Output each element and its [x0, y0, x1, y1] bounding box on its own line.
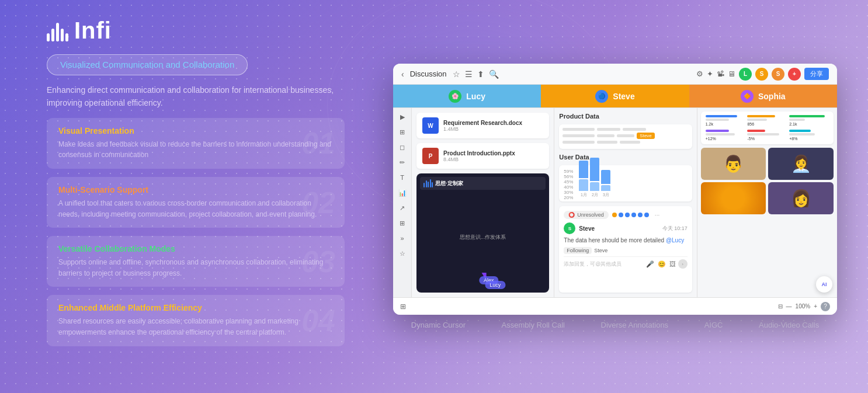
- video-preview[interactable]: 思想·定制家 思想意识...作发体系 Alex Lucy: [416, 173, 549, 293]
- feature-label-0: Dynamic Cursor: [411, 321, 466, 329]
- image-icon[interactable]: 🖼: [669, 260, 676, 268]
- stat-bar-6: [789, 119, 805, 121]
- dot-blue: [619, 213, 623, 217]
- dot-blue2: [625, 213, 630, 217]
- comment-user-row: S Steve 今天 10:17: [564, 222, 687, 234]
- sidebar-chart-icon[interactable]: 📊: [397, 187, 408, 198]
- video-avatars: 👨 👩‍💼 👩: [701, 148, 834, 214]
- stat-bar-1: [706, 115, 737, 117]
- video-preview-header: 思想·定制家: [420, 177, 546, 190]
- file-name-pptx: Product Introduction.pptx: [443, 150, 543, 156]
- stat-val-6: +8%: [789, 137, 829, 141]
- video-face-1: 👨: [701, 148, 766, 180]
- table-cell: [563, 128, 595, 131]
- bar-2: 2月: [590, 158, 599, 198]
- feature-title-3: Versatile Collaboration Modes: [58, 244, 333, 253]
- file-item-docx[interactable]: W Requirement Research.docx 1.4MB: [416, 113, 549, 138]
- bar-col-2b: [590, 182, 599, 191]
- stats-grid: 1.2k 856 2.1k: [706, 115, 829, 126]
- video-face-2: 👩‍💼: [768, 148, 834, 180]
- zoom-plus-icon[interactable]: +: [814, 303, 817, 309]
- logo-area: Infi: [47, 18, 345, 44]
- user-header-sophia: 🔶 Sophia: [689, 85, 837, 107]
- feature-title-2: Multi-Scenario Support: [58, 185, 333, 194]
- table-cell: [623, 128, 646, 131]
- bar-chart-body: 59% 56% 45% 40% 30% 20%: [564, 169, 687, 198]
- export-icon[interactable]: ⬆: [477, 69, 484, 79]
- comment-header: ⭕ Unresolved ···: [564, 211, 687, 219]
- sidebar-star-icon[interactable]: ☆: [397, 248, 408, 259]
- dot-blue5: [644, 213, 649, 217]
- emoji-icon[interactable]: 😊: [658, 260, 666, 268]
- connect-icon[interactable]: ✦: [707, 69, 713, 78]
- settings-icon[interactable]: ⚙: [696, 69, 703, 78]
- comment-time: 今天 10:17: [662, 225, 688, 232]
- stat-val-2: 856: [747, 122, 787, 126]
- mic-icon[interactable]: 🎤: [646, 260, 654, 268]
- user-av-orange: S: [772, 68, 784, 81]
- bottom-grid-icon[interactable]: ⊞: [400, 302, 406, 311]
- video-icon[interactable]: 📽: [717, 69, 724, 78]
- sidebar-more-icon[interactable]: »: [397, 233, 408, 244]
- feature-label-4: Audio-Video Calls: [759, 321, 819, 329]
- sidebar-pointer-icon[interactable]: ▶: [397, 112, 408, 122]
- bar-chart-bars: 1月 2月 3月: [579, 169, 610, 198]
- bottom-left: ⊞: [400, 302, 406, 311]
- user-header-steve: 🔵 Steve: [541, 85, 689, 107]
- bar-pct-5: 30%: [564, 190, 573, 195]
- left-panel: Infi Visualized Communication and Collab…: [0, 0, 374, 393]
- yellow-circle-bg: [701, 182, 766, 214]
- window-bottom: ⊞ ⊟ — 100% + ?: [393, 297, 837, 315]
- stats-cell-1: 1.2k: [706, 115, 745, 126]
- file-info-pptx: Product Introduction.pptx 8.4MB: [443, 150, 543, 162]
- screen-icon[interactable]: 🖥: [728, 69, 735, 78]
- table-cell: [563, 141, 595, 144]
- stat-bar-12: [789, 133, 815, 135]
- bar-label-1: 1月: [581, 192, 587, 198]
- sidebar-edit-icon[interactable]: ✏: [397, 157, 408, 168]
- stat-bar-3: [747, 115, 775, 117]
- search-icon[interactable]: 🔍: [489, 69, 499, 79]
- table-cell: [617, 134, 634, 137]
- sidebar-grid-icon[interactable]: ⊞: [397, 127, 408, 137]
- toolbar-icons: ☆ ☰ ⬆ 🔍: [453, 69, 499, 79]
- sidebar-grid2-icon[interactable]: ⊞: [397, 218, 408, 228]
- list-icon[interactable]: ☰: [465, 69, 473, 79]
- table-cell: [597, 134, 614, 137]
- feature-card-1: Visual Presentation Make ideas and feedb…: [47, 118, 345, 169]
- file-item-pptx[interactable]: P Product Introduction.pptx 8.4MB: [416, 143, 549, 169]
- window-body: ▶ ⊞ ◻ ✏ T 📊 ↗ ⊞ » ☆ W Requireme: [393, 108, 837, 297]
- share-button[interactable]: 分享: [804, 68, 829, 80]
- mention-lucy: @Lucy: [666, 237, 684, 244]
- sidebar-arrow-icon[interactable]: ↗: [397, 203, 408, 213]
- stat-bar-11: [789, 130, 811, 132]
- bottom-right: ⊟ — 100% + ?: [778, 302, 830, 311]
- comment-section: ⭕ Unresolved ···: [559, 206, 692, 293]
- back-button[interactable]: ‹: [401, 69, 404, 79]
- user-header-lucy: 🌸 Lucy: [393, 85, 541, 107]
- product-data-table: Steve: [559, 124, 692, 149]
- col-sophia: 1.2k 856 2.1k: [697, 108, 837, 297]
- video-av-row-2: 👩: [701, 182, 834, 214]
- feature-label-2: Diverse Annotations: [601, 321, 669, 329]
- steve-cursor-label: Steve: [637, 133, 654, 139]
- file-name-docx: Requirement Research.docx: [443, 120, 543, 126]
- comment-text: The data here should be more detailed @L…: [564, 237, 687, 245]
- zoom-level: 100%: [796, 303, 811, 309]
- star-icon[interactable]: ☆: [453, 69, 460, 79]
- ai-badge[interactable]: AI: [816, 276, 832, 293]
- help-icon[interactable]: ?: [821, 302, 830, 311]
- zoom-icon[interactable]: ⊟: [778, 303, 783, 309]
- sidebar-doc-icon[interactable]: ◻: [397, 142, 408, 152]
- video-av-4: 👩: [768, 182, 834, 214]
- zoom-separator: —: [786, 303, 792, 309]
- sidebar-text-icon[interactable]: T: [397, 172, 408, 183]
- word-icon: W: [422, 117, 439, 134]
- dot-orange: [612, 213, 617, 217]
- more-icon[interactable]: ···: [655, 212, 659, 218]
- reply-input-placeholder[interactable]: 添加回复，可@其他成员: [564, 260, 643, 268]
- file-info-docx: Requirement Research.docx 1.4MB: [443, 120, 543, 132]
- feature-card-3: Versatile Collaboration Modes Supports o…: [47, 236, 345, 287]
- send-button[interactable]: ›: [678, 259, 688, 269]
- app-window: ‹ Discussion ☆ ☰ ⬆ 🔍 ⚙ ✦ 📽 🖥 L S S +: [393, 64, 837, 315]
